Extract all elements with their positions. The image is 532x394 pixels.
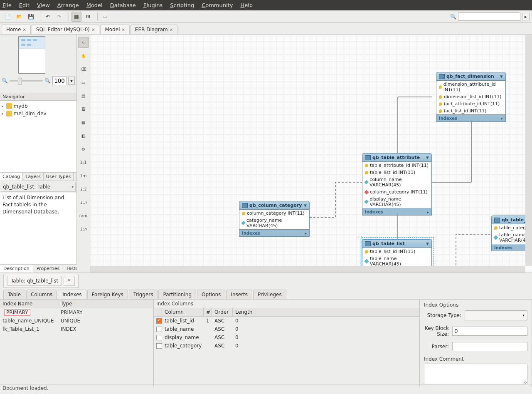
editor-tab-item[interactable]: Table: qb_table_list✕	[3, 274, 79, 288]
index-row[interactable]: fk_Table_List_1INDEX	[0, 325, 153, 333]
table-tool-icon[interactable]: ▦	[78, 117, 89, 128]
hand-tool-icon[interactable]: ✋	[78, 50, 89, 61]
redo-icon[interactable]: ↷	[54, 12, 64, 22]
menu-scripting[interactable]: Scripting	[170, 2, 194, 8]
layer-tool-icon[interactable]: ▭	[78, 77, 89, 88]
tab-eer-diagram[interactable]: EER Diagram✕	[131, 25, 177, 34]
tool-palette: ↖ ✋ ⌫ ▭ ▤ 🖼 ▦ ◧ ⚙ 1:1 1:n 1:1 1:n n:m 1:…	[77, 35, 90, 273]
object-selector[interactable]: qb_table_list: Table	[1, 182, 76, 192]
doc-icon[interactable]: ▭	[100, 12, 110, 22]
index-column-row[interactable]: table_list_id1ASC0	[154, 317, 419, 325]
storage-type-combo[interactable]	[465, 310, 527, 320]
db-item[interactable]: mei_dim_dev	[2, 110, 75, 117]
checkbox[interactable]	[156, 318, 162, 324]
save-icon[interactable]: 💾	[26, 12, 36, 22]
note-tool-icon[interactable]: ▤	[78, 90, 89, 101]
menu-file[interactable]: File	[2, 2, 12, 8]
index-comment-input[interactable]	[424, 364, 527, 384]
db-item[interactable]: mydb	[2, 102, 75, 110]
subtab-inserts[interactable]: Inserts	[226, 290, 252, 299]
subtab-foreign-keys[interactable]: Foreign Keys	[87, 290, 128, 299]
search-go-icon[interactable]: ▸	[522, 13, 530, 20]
desc-tab-properties[interactable]: Properties	[33, 265, 64, 273]
desc-tab-description[interactable]: Description	[0, 265, 33, 273]
catalog-tree[interactable]: mydbmei_dim_dev	[0, 101, 76, 172]
zoom-input[interactable]	[52, 76, 66, 85]
zoom-dropdown[interactable]: ▾	[68, 77, 75, 85]
object-description: List of all Dimension and Fact tablels i…	[0, 193, 76, 264]
rel-1ni-icon[interactable]: 1:n	[78, 197, 89, 208]
view-tool-icon[interactable]: ◧	[78, 130, 89, 141]
tab-model[interactable]: Model✕	[100, 25, 129, 34]
navigator-panel: 🔍 🔍 ▾	[0, 35, 76, 93]
editor-tab: Table: qb_table_list✕	[0, 273, 532, 288]
new-file-icon[interactable]: 📄	[2, 12, 12, 22]
pointer-tool-icon[interactable]: ↖	[78, 37, 89, 48]
tab-sql-editor-mysql-0-[interactable]: SQL Editor (MySQL-0)✕	[32, 25, 100, 34]
subtab-table[interactable]: Table	[3, 290, 25, 299]
catalog-tabs: CatalogLayersUser Types	[0, 172, 76, 181]
grid-icon[interactable]: ⊞	[83, 12, 93, 22]
database-icon	[6, 103, 12, 109]
tab-home[interactable]: Home✕	[2, 25, 31, 34]
index-row[interactable]: PRIMARYPRIMARY	[0, 308, 153, 317]
checkbox[interactable]	[156, 343, 162, 349]
close-icon[interactable]: ✕	[121, 27, 125, 32]
index-columns[interactable]: Index Columns Column # Order Length tabl…	[154, 300, 420, 387]
zoom-in-icon[interactable]: 🔍	[44, 78, 51, 84]
open-file-icon[interactable]: 📂	[14, 12, 24, 22]
entity-qb_table_attribute[interactable]: qb_table_attribute▼table_attribute_id IN…	[362, 153, 432, 216]
menu-arrange[interactable]: Arrange	[57, 2, 79, 8]
grid-align-icon[interactable]: ▦	[71, 12, 81, 22]
index-row[interactable]: table_name_UNIQUEUNIQUE	[0, 317, 153, 325]
zoom-slider[interactable]	[10, 80, 43, 82]
rel-pick-icon[interactable]: 1:n	[78, 223, 89, 234]
menu-edit[interactable]: Edit	[19, 2, 30, 8]
index-column-row[interactable]: display_nameASC0	[154, 333, 419, 342]
search-input[interactable]	[458, 12, 520, 21]
subtab-indexes[interactable]: Indexes	[58, 290, 86, 299]
rel-11-icon[interactable]: 1:1	[78, 157, 89, 168]
routine-tool-icon[interactable]: ⚙	[78, 144, 89, 154]
rel-11i-icon[interactable]: 1:1	[78, 183, 89, 194]
subtab-privileges[interactable]: Privileges	[253, 290, 286, 299]
close-icon[interactable]: ✕	[91, 27, 95, 32]
subtab-partitioning[interactable]: Partitioning	[158, 290, 196, 299]
scrollbar-horizontal[interactable]	[90, 266, 525, 273]
close-icon[interactable]: ✕	[64, 276, 74, 286]
checkbox[interactable]	[156, 327, 162, 332]
eraser-tool-icon[interactable]: ⌫	[78, 64, 89, 74]
panel-tab-layers[interactable]: Layers	[23, 173, 43, 181]
scrollbar-vertical[interactable]	[525, 35, 532, 266]
key-block-size-input[interactable]	[452, 327, 527, 336]
menu-plugins[interactable]: Plugins	[143, 2, 163, 8]
menu-model[interactable]: Model	[86, 2, 103, 8]
nav-thumbnail[interactable]	[18, 36, 45, 74]
undo-icon[interactable]: ↶	[43, 12, 53, 22]
zoom-out-icon[interactable]: 🔍	[2, 78, 8, 84]
index-column-row[interactable]: table_nameASC0	[154, 325, 419, 333]
navigator-label: Navigator	[0, 93, 76, 101]
panel-tab-catalog[interactable]: Catalog	[0, 173, 23, 181]
panel-tab-user-types[interactable]: User Types	[44, 173, 74, 181]
rel-nm-icon[interactable]: n:m	[78, 210, 89, 221]
menu-database[interactable]: Database	[110, 2, 136, 8]
index-list[interactable]: Index NameType PRIMARYPRIMARYtable_name_…	[0, 300, 154, 387]
rel-1n-icon[interactable]: 1:n	[78, 170, 89, 181]
parser-input[interactable]	[452, 342, 527, 351]
search-icon[interactable]: 🔍	[450, 14, 456, 20]
entity-qb_column_category[interactable]: qb_column_category▼column_category INT(1…	[239, 201, 310, 237]
subtab-options[interactable]: Options	[197, 290, 225, 299]
diagram-canvas[interactable]: qb_fact_dimension▼dimension_attribute_id…	[90, 35, 532, 273]
subtab-columns[interactable]: Columns	[26, 290, 57, 299]
subtab-triggers[interactable]: Triggers	[129, 290, 158, 299]
close-icon[interactable]: ✕	[170, 27, 173, 32]
checkbox[interactable]	[156, 335, 162, 340]
menu-help[interactable]: Help	[240, 2, 253, 8]
index-column-row[interactable]: table_categoryASC0	[154, 342, 419, 350]
menu-view[interactable]: View	[37, 2, 50, 8]
image-tool-icon[interactable]: 🖼	[78, 104, 89, 114]
entity-qb_fact_dimension[interactable]: qb_fact_dimension▼dimension_attribute_id…	[436, 72, 506, 122]
close-icon[interactable]: ✕	[22, 27, 26, 32]
menu-community[interactable]: Community	[202, 2, 233, 8]
